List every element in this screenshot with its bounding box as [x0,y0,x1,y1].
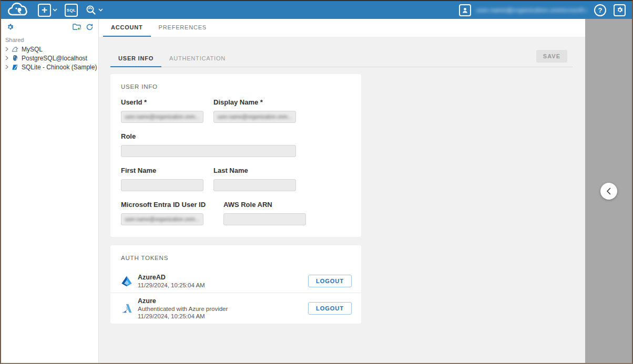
tree-item-label: PostgreSQL@localhost [22,55,87,62]
aws-role-arn-label: AWS Role ARN [223,201,306,209]
app-body: Shared MySQL [1,19,632,363]
tree-item-postgresql[interactable]: PostgreSQL@localhost [1,54,98,63]
token-row-azuread: AzureAD 11/29/2024, 10:25:04 AM LOGOUT [110,269,361,293]
add-folder-button[interactable] [72,22,81,32]
account-content: USER INFO AUTHENTICATION SAVE USER INFO … [99,37,585,363]
sqlite-icon [12,63,19,71]
userid-label: UserId * [121,98,203,106]
token-description: Authenticated with Azure provider [138,306,308,312]
userid-input[interactable]: user.name@organization.onm... [121,111,203,123]
tree-item-sqlite[interactable]: SQLite - Chinook (Sample) [1,63,98,71]
sidebar-settings-button[interactable] [5,22,15,32]
entra-id-field: Microsoft Entra ID User ID user.name@org… [121,201,216,225]
search-icon [85,4,97,16]
expand-panel-button[interactable] [600,183,617,200]
aws-role-arn-input[interactable] [223,213,306,225]
token-text: AzureAD 11/29/2024, 10:25:04 AM [138,274,308,288]
first-name-field: First Name [121,167,203,191]
expand-chevron-icon[interactable] [5,65,9,70]
chevron-down-icon [53,8,57,12]
field-row: First Name Last Name [121,167,351,191]
expand-chevron-icon[interactable] [5,47,9,52]
userid-field: UserId * user.name@organization.onm... [121,98,203,123]
new-connection-button[interactable]: + [38,4,57,17]
role-input[interactable] [121,145,296,157]
subtab-authentication[interactable]: AUTHENTICATION [161,55,233,67]
navigation-sidebar: Shared MySQL [1,19,99,363]
aws-role-arn-field: AWS Role ARN [223,201,306,225]
role-field: Role [121,132,296,157]
sql-editor-button[interactable]: SQL [65,4,78,17]
azure-ad-icon [121,275,132,287]
auth-tokens-card: AUTH TOKENS AzureAD 11/29/2024, 10:25:04 [110,245,361,324]
top-bar: + SQL [1,1,632,19]
last-name-field: Last Name [213,167,296,191]
last-name-label: Last Name [213,167,296,174]
mysql-dolphin-icon [12,45,19,53]
sql-editor-icon: SQL [65,4,78,17]
account-subtabs: USER INFO AUTHENTICATION SAVE [110,48,573,67]
topbar-left: + SQL [6,2,103,18]
collapsed-right-panel [585,19,632,363]
help-button[interactable]: ? [594,4,606,16]
token-name: Azure [138,297,308,305]
topbar-right: user.name@organization.onmicrosoft.com ? [459,4,626,16]
redacted-value: user.name@organization.onm... [125,216,200,222]
search-connections-button[interactable] [85,4,103,16]
folder-plus-icon [73,23,81,30]
last-name-input[interactable] [213,179,296,191]
gear-icon [616,6,624,14]
token-text: Azure Authenticated with Azure provider … [138,297,308,319]
refresh-icon [86,23,94,31]
question-mark-icon: ? [598,6,603,14]
refresh-button[interactable] [85,22,94,32]
cloudbeaver-logo-icon [6,2,30,18]
main-area: ACCOUNT PREFERENCES USER INFO AUTHENTICA… [99,19,585,363]
tab-account[interactable]: ACCOUNT [103,19,151,37]
role-label: Role [121,132,296,140]
token-name: AzureAD [138,274,308,281]
postgresql-elephant-icon [12,54,19,62]
tab-preferences[interactable]: PREFERENCES [151,19,215,37]
user-email-redacted: user.name@organization.onmicrosoft.com [476,7,587,13]
field-row: Microsoft Entra ID User ID user.name@org… [121,201,351,225]
token-timestamp: 11/29/2024, 10:25:04 AM [138,313,308,319]
chevron-left-icon [606,188,611,195]
user-info-section-title: USER INFO [121,84,351,90]
tree-item-label: MySQL [22,46,43,53]
first-name-input[interactable] [121,179,203,191]
first-name-label: First Name [121,167,203,174]
auth-tokens-section-title: AUTH TOKENS [110,255,361,261]
page-tabs: ACCOUNT PREFERENCES [99,19,585,37]
token-row-azure: Azure Authenticated with Azure provider … [110,293,361,324]
display-name-field: Display Name * user.name@organization.on… [213,98,296,123]
user-avatar-icon [459,4,471,16]
display-name-input[interactable]: user.name@organization.onm... [213,111,296,123]
app-window: + SQL [0,0,633,364]
entra-id-label: Microsoft Entra ID User ID [121,201,216,209]
save-button[interactable]: SAVE [536,50,567,63]
tree-item-label: SQLite - Chinook (Sample) [22,64,97,71]
field-row: UserId * user.name@organization.onm... D… [121,98,351,123]
display-name-label: Display Name * [213,98,296,106]
gear-icon [6,23,14,31]
redacted-value: user.name@organization.onm... [218,114,292,120]
sidebar-toolbar [1,19,98,33]
token-timestamp: 11/29/2024, 10:25:04 AM [138,282,308,288]
user-info-card: USER INFO UserId * user.name@organizatio… [110,74,361,237]
subtab-user-info[interactable]: USER INFO [110,55,161,67]
entra-id-input[interactable]: user.name@organization.onm... [121,213,203,225]
settings-button[interactable] [614,4,626,16]
tree-section-label: Shared [1,33,98,45]
azure-icon [121,303,132,314]
redacted-value: user.name@organization.onm... [125,114,200,120]
logout-button[interactable]: LOGOUT [308,275,352,287]
chevron-down-icon [98,8,103,12]
tree-item-mysql[interactable]: MySQL [1,45,98,54]
field-row: Role [121,132,351,157]
logout-button[interactable]: LOGOUT [308,302,352,315]
expand-chevron-icon[interactable] [5,56,9,61]
user-menu[interactable]: user.name@organization.onmicrosoft.com [459,4,587,16]
plus-icon: + [38,4,51,17]
